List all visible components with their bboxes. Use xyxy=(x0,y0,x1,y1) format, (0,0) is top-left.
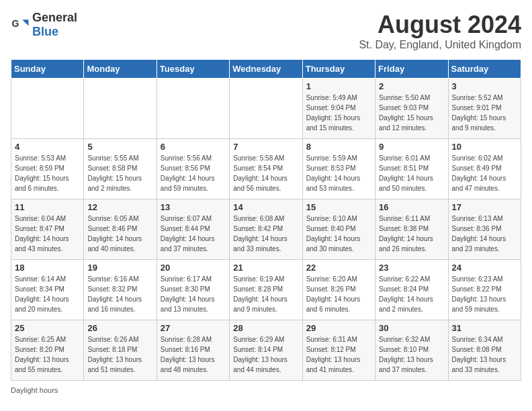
svg-text:G: G xyxy=(12,18,19,29)
weekday-header: Friday xyxy=(375,60,448,79)
day-number: 1 xyxy=(306,81,371,91)
day-info: Sunrise: 6:20 AM Sunset: 8:26 PM Dayligh… xyxy=(306,274,371,314)
calendar-cell: 15Sunrise: 6:10 AM Sunset: 8:40 PM Dayli… xyxy=(302,199,375,260)
day-number: 14 xyxy=(233,202,298,212)
calendar-table: SundayMondayTuesdayWednesdayThursdayFrid… xyxy=(11,59,521,381)
day-number: 6 xyxy=(161,142,226,152)
calendar-cell: 19Sunrise: 6:16 AM Sunset: 8:32 PM Dayli… xyxy=(84,260,157,320)
day-number: 3 xyxy=(452,81,517,91)
calendar-cell: 23Sunrise: 6:22 AM Sunset: 8:24 PM Dayli… xyxy=(375,260,448,320)
day-number: 12 xyxy=(87,202,152,212)
daylight-label: Daylight hours xyxy=(11,386,58,394)
day-number: 26 xyxy=(87,323,152,333)
calendar-cell: 1Sunrise: 5:49 AM Sunset: 9:04 PM Daylig… xyxy=(302,79,375,139)
day-info: Sunrise: 6:02 AM Sunset: 8:49 PM Dayligh… xyxy=(452,153,517,193)
calendar-cell: 24Sunrise: 6:23 AM Sunset: 8:22 PM Dayli… xyxy=(448,260,521,320)
day-number: 15 xyxy=(306,202,371,212)
day-info: Sunrise: 6:14 AM Sunset: 8:34 PM Dayligh… xyxy=(15,274,80,314)
calendar-cell: 3Sunrise: 5:52 AM Sunset: 9:01 PM Daylig… xyxy=(448,79,521,139)
day-info: Sunrise: 5:58 AM Sunset: 8:54 PM Dayligh… xyxy=(233,153,298,193)
calendar-cell: 8Sunrise: 5:59 AM Sunset: 8:53 PM Daylig… xyxy=(302,139,375,199)
day-info: Sunrise: 5:55 AM Sunset: 8:58 PM Dayligh… xyxy=(87,153,152,193)
day-number: 13 xyxy=(161,202,226,212)
calendar-cell: 20Sunrise: 6:17 AM Sunset: 8:30 PM Dayli… xyxy=(157,260,229,320)
day-number: 2 xyxy=(379,81,444,91)
logo-text-blue: Blue xyxy=(32,25,58,38)
calendar-cell: 22Sunrise: 6:20 AM Sunset: 8:26 PM Dayli… xyxy=(302,260,375,320)
day-number: 29 xyxy=(306,323,371,333)
calendar-cell: 11Sunrise: 6:04 AM Sunset: 8:47 PM Dayli… xyxy=(11,199,84,260)
day-info: Sunrise: 5:53 AM Sunset: 8:59 PM Dayligh… xyxy=(15,153,80,193)
day-info: Sunrise: 6:04 AM Sunset: 8:47 PM Dayligh… xyxy=(15,214,80,254)
day-info: Sunrise: 6:08 AM Sunset: 8:42 PM Dayligh… xyxy=(233,214,298,254)
day-number: 9 xyxy=(379,142,444,152)
day-info: Sunrise: 6:07 AM Sunset: 8:44 PM Dayligh… xyxy=(161,214,226,254)
day-info: Sunrise: 6:34 AM Sunset: 8:08 PM Dayligh… xyxy=(452,334,517,375)
calendar-cell: 5Sunrise: 5:55 AM Sunset: 8:58 PM Daylig… xyxy=(84,139,157,199)
day-number: 22 xyxy=(306,263,371,273)
day-info: Sunrise: 6:29 AM Sunset: 8:14 PM Dayligh… xyxy=(233,334,298,375)
footer-note: Daylight hours xyxy=(11,386,521,394)
day-info: Sunrise: 6:31 AM Sunset: 8:12 PM Dayligh… xyxy=(306,334,371,375)
calendar-cell: 12Sunrise: 6:05 AM Sunset: 8:46 PM Dayli… xyxy=(84,199,157,260)
calendar-cell: 31Sunrise: 6:34 AM Sunset: 8:08 PM Dayli… xyxy=(448,320,521,381)
day-info: Sunrise: 6:22 AM Sunset: 8:24 PM Dayligh… xyxy=(379,274,444,314)
calendar-cell: 18Sunrise: 6:14 AM Sunset: 8:34 PM Dayli… xyxy=(11,260,84,320)
calendar-cell: 2Sunrise: 5:50 AM Sunset: 9:03 PM Daylig… xyxy=(375,79,448,139)
day-info: Sunrise: 6:05 AM Sunset: 8:46 PM Dayligh… xyxy=(87,214,152,254)
day-number: 19 xyxy=(87,263,152,273)
weekday-header: Saturday xyxy=(448,60,521,79)
weekday-header: Monday xyxy=(84,60,157,79)
day-number: 11 xyxy=(15,202,80,212)
title-area: August 2024 St. Day, England, United Kin… xyxy=(359,11,521,51)
day-number: 27 xyxy=(161,323,226,333)
day-info: Sunrise: 6:17 AM Sunset: 8:30 PM Dayligh… xyxy=(161,274,226,314)
logo-icon: G xyxy=(11,15,30,34)
day-number: 16 xyxy=(379,202,444,212)
day-info: Sunrise: 6:28 AM Sunset: 8:16 PM Dayligh… xyxy=(161,334,226,375)
calendar-cell: 9Sunrise: 6:01 AM Sunset: 8:51 PM Daylig… xyxy=(375,139,448,199)
calendar-cell: 10Sunrise: 6:02 AM Sunset: 8:49 PM Dayli… xyxy=(448,139,521,199)
calendar-cell: 13Sunrise: 6:07 AM Sunset: 8:44 PM Dayli… xyxy=(157,199,229,260)
weekday-header: Thursday xyxy=(302,60,375,79)
day-info: Sunrise: 6:01 AM Sunset: 8:51 PM Dayligh… xyxy=(379,153,444,193)
day-info: Sunrise: 5:56 AM Sunset: 8:56 PM Dayligh… xyxy=(161,153,226,193)
day-number: 20 xyxy=(161,263,226,273)
day-info: Sunrise: 5:50 AM Sunset: 9:03 PM Dayligh… xyxy=(379,93,444,133)
day-info: Sunrise: 6:10 AM Sunset: 8:40 PM Dayligh… xyxy=(306,214,371,254)
calendar-cell xyxy=(84,79,157,139)
subtitle: St. Day, England, United Kingdom xyxy=(359,39,521,51)
day-number: 21 xyxy=(233,263,298,273)
day-number: 8 xyxy=(306,142,371,152)
calendar-cell: 7Sunrise: 5:58 AM Sunset: 8:54 PM Daylig… xyxy=(230,139,302,199)
day-number: 30 xyxy=(379,323,444,333)
day-info: Sunrise: 6:11 AM Sunset: 8:38 PM Dayligh… xyxy=(379,214,444,254)
day-info: Sunrise: 5:59 AM Sunset: 8:53 PM Dayligh… xyxy=(306,153,371,193)
day-number: 4 xyxy=(15,142,80,152)
day-number: 7 xyxy=(233,142,298,152)
main-title: August 2024 xyxy=(359,11,521,39)
calendar-cell: 6Sunrise: 5:56 AM Sunset: 8:56 PM Daylig… xyxy=(157,139,229,199)
calendar-cell: 27Sunrise: 6:28 AM Sunset: 8:16 PM Dayli… xyxy=(157,320,229,381)
calendar-cell xyxy=(230,79,302,139)
day-number: 25 xyxy=(15,323,80,333)
calendar-cell xyxy=(157,79,229,139)
weekday-header: Sunday xyxy=(11,60,84,79)
day-info: Sunrise: 6:32 AM Sunset: 8:10 PM Dayligh… xyxy=(379,334,444,375)
svg-marker-1 xyxy=(22,19,28,26)
day-number: 31 xyxy=(452,323,517,333)
weekday-header: Tuesday xyxy=(157,60,229,79)
day-info: Sunrise: 5:52 AM Sunset: 9:01 PM Dayligh… xyxy=(452,93,517,133)
day-info: Sunrise: 6:16 AM Sunset: 8:32 PM Dayligh… xyxy=(87,274,152,314)
day-number: 24 xyxy=(452,263,517,273)
day-info: Sunrise: 6:26 AM Sunset: 8:18 PM Dayligh… xyxy=(87,334,152,375)
day-number: 5 xyxy=(87,142,152,152)
calendar-cell: 4Sunrise: 5:53 AM Sunset: 8:59 PM Daylig… xyxy=(11,139,84,199)
calendar-cell: 17Sunrise: 6:13 AM Sunset: 8:36 PM Dayli… xyxy=(448,199,521,260)
day-info: Sunrise: 6:13 AM Sunset: 8:36 PM Dayligh… xyxy=(452,214,517,254)
day-info: Sunrise: 6:25 AM Sunset: 8:20 PM Dayligh… xyxy=(15,334,80,375)
day-info: Sunrise: 5:49 AM Sunset: 9:04 PM Dayligh… xyxy=(306,93,371,133)
day-number: 17 xyxy=(452,202,517,212)
day-number: 28 xyxy=(233,323,298,333)
calendar-cell: 25Sunrise: 6:25 AM Sunset: 8:20 PM Dayli… xyxy=(11,320,84,381)
